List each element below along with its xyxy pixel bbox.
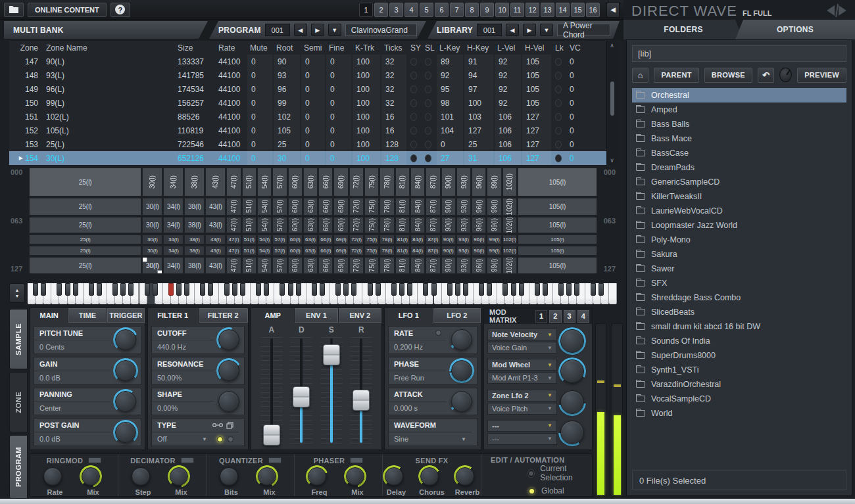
fx-knob-bits[interactable]: Bits bbox=[217, 465, 246, 496]
black-key[interactable] bbox=[431, 283, 437, 296]
dropdown-icon[interactable]: ▼ bbox=[547, 332, 552, 338]
program-slot-7[interactable]: 7 bbox=[450, 3, 464, 17]
zone-cell[interactable]: 81(l) bbox=[395, 257, 410, 274]
zone-cell[interactable]: 47(l) bbox=[226, 257, 241, 274]
black-key[interactable] bbox=[447, 283, 452, 296]
zone-cell[interactable]: 66(l) bbox=[318, 257, 333, 274]
knob[interactable] bbox=[449, 389, 474, 414]
fx-knob-step[interactable]: Step bbox=[129, 465, 158, 496]
radio-button[interactable] bbox=[527, 469, 535, 478]
zone-cell[interactable]: 25(l) bbox=[29, 168, 141, 196]
zone-cell[interactable]: 72(l) bbox=[349, 168, 364, 196]
black-key[interactable] bbox=[232, 283, 237, 296]
automation-option[interactable]: Current Selection bbox=[527, 464, 592, 482]
zone-cell[interactable]: 34(l) bbox=[163, 168, 183, 196]
zone-cell[interactable]: 96(l) bbox=[472, 198, 486, 216]
zone-cell[interactable]: 38(l) bbox=[184, 257, 205, 274]
zone-cell[interactable]: 75(l) bbox=[364, 235, 379, 244]
knob[interactable] bbox=[449, 327, 474, 352]
browser-tab-folders[interactable]: FOLDERS bbox=[623, 20, 743, 39]
fx-knob-mix[interactable]: Mix bbox=[79, 465, 108, 496]
piano-keyboard[interactable] bbox=[28, 283, 617, 304]
zone-cell[interactable]: 38(l) bbox=[184, 246, 205, 256]
black-key[interactable] bbox=[296, 283, 301, 296]
zone-cell[interactable]: 60(l) bbox=[288, 257, 303, 274]
zone-cell[interactable]: 96(l) bbox=[472, 246, 486, 256]
white-key[interactable] bbox=[609, 283, 617, 304]
black-key[interactable] bbox=[240, 283, 245, 296]
black-key[interactable] bbox=[479, 283, 484, 296]
folder-item[interactable]: Bass Balls bbox=[632, 117, 846, 131]
toggle-led[interactable] bbox=[410, 141, 417, 149]
zone-cell[interactable]: 96(l) bbox=[472, 168, 486, 196]
program-slot-9[interactable]: 9 bbox=[480, 3, 494, 17]
zone-cell[interactable]: 57(l) bbox=[272, 246, 287, 256]
table-row[interactable]: 14996(L)1745344410009600100329597921050 bbox=[9, 82, 606, 96]
program-slot-4[interactable]: 4 bbox=[404, 3, 418, 17]
main-tab-trigger[interactable]: TRIGGER bbox=[107, 308, 145, 323]
param-value[interactable]: 0.0 dB bbox=[34, 432, 110, 446]
fx-enable-led[interactable] bbox=[268, 457, 281, 463]
amp-tab-env-2[interactable]: ENV 2 bbox=[339, 308, 381, 323]
black-key[interactable] bbox=[368, 283, 373, 296]
zone-cell[interactable]: 84(l) bbox=[410, 257, 425, 274]
zone-cell[interactable]: 43(l) bbox=[205, 257, 226, 274]
folder-item[interactable]: Shreddage Bass Combo bbox=[632, 290, 846, 305]
dropdown-icon[interactable]: ▼ bbox=[461, 436, 466, 442]
black-key[interactable] bbox=[153, 283, 158, 296]
zone-cell[interactable]: 105(l) bbox=[518, 217, 597, 233]
fx-knob-mix[interactable]: Mix bbox=[343, 465, 372, 496]
black-key[interactable] bbox=[120, 283, 126, 296]
table-row[interactable]: 15099(L)15625744100099001003298100921050 bbox=[9, 96, 606, 110]
slider-track[interactable] bbox=[260, 337, 283, 444]
adsr-slider-s[interactable]: S bbox=[318, 325, 345, 444]
filter-tab-filter-1[interactable]: FILTER 1 bbox=[148, 308, 198, 323]
zone-cell[interactable]: 47(l) bbox=[226, 246, 241, 256]
black-key[interactable] bbox=[463, 283, 468, 296]
zone-cell[interactable]: 25(l) bbox=[29, 246, 141, 256]
lfo-tempo-led[interactable] bbox=[435, 330, 441, 336]
knob[interactable] bbox=[113, 389, 138, 414]
selection-handle[interactable] bbox=[157, 270, 162, 274]
fx-enable-led[interactable] bbox=[181, 457, 194, 463]
toggle-led[interactable] bbox=[425, 99, 431, 107]
zone-cell[interactable]: 51(l) bbox=[242, 235, 256, 244]
zone-cell[interactable]: 47(l) bbox=[226, 168, 241, 196]
zone-cell[interactable]: 93(l) bbox=[456, 235, 471, 244]
black-key[interactable] bbox=[264, 283, 269, 296]
lfo-tab-lfo-1[interactable]: LFO 1 bbox=[385, 308, 433, 323]
zone-cell[interactable]: 78(l) bbox=[379, 235, 394, 244]
zone-cell[interactable]: 102(l) bbox=[502, 257, 517, 274]
zone-table-scrollbar[interactable]: ∧ ∨ bbox=[606, 41, 617, 165]
filter-led-off[interactable] bbox=[228, 436, 233, 442]
zone-cell[interactable]: 99(l) bbox=[487, 257, 501, 274]
zone-cell[interactable]: 78(l) bbox=[379, 198, 394, 216]
black-key[interactable] bbox=[57, 283, 62, 296]
back-button[interactable]: ↶ bbox=[758, 68, 774, 83]
black-key[interactable] bbox=[423, 283, 428, 296]
zone-cell[interactable]: 34(l) bbox=[163, 246, 183, 256]
adsr-slider-a[interactable]: A bbox=[258, 325, 285, 444]
zone-cell[interactable]: 90(l) bbox=[441, 257, 456, 274]
black-key[interactable] bbox=[176, 283, 182, 296]
zone-cell[interactable]: 60(l) bbox=[288, 235, 303, 244]
param-value[interactable]: 50.00% bbox=[152, 371, 214, 384]
folder-item[interactable]: Sakura bbox=[632, 247, 846, 262]
knob[interactable] bbox=[344, 465, 366, 488]
table-row[interactable]: 14893(L)1417854410009300100329294921050 bbox=[9, 68, 606, 82]
slider-track[interactable] bbox=[290, 337, 312, 444]
toggle-led[interactable] bbox=[425, 58, 431, 66]
zone-cell[interactable]: 30(l) bbox=[142, 257, 162, 274]
zone-cell[interactable]: 72(l) bbox=[349, 257, 364, 274]
table-row[interactable]: 152105(L)1108194410001050010016104127106… bbox=[9, 124, 606, 137]
zone-cell[interactable]: 54(l) bbox=[257, 217, 272, 233]
folder-item[interactable]: Sawer bbox=[632, 262, 846, 276]
knob[interactable] bbox=[383, 465, 405, 488]
mod-dest-dropdown[interactable]: Voice Gain▼ bbox=[487, 342, 557, 354]
black-key[interactable] bbox=[511, 283, 516, 296]
table-row[interactable]: 14790(L)1333374410009000100328991921050 bbox=[9, 55, 606, 68]
black-key[interactable] bbox=[351, 283, 356, 296]
toggle-led[interactable] bbox=[410, 58, 417, 66]
zone-cell[interactable]: 102(l) bbox=[502, 168, 517, 196]
zone-cell[interactable]: 81(l) bbox=[395, 168, 410, 196]
